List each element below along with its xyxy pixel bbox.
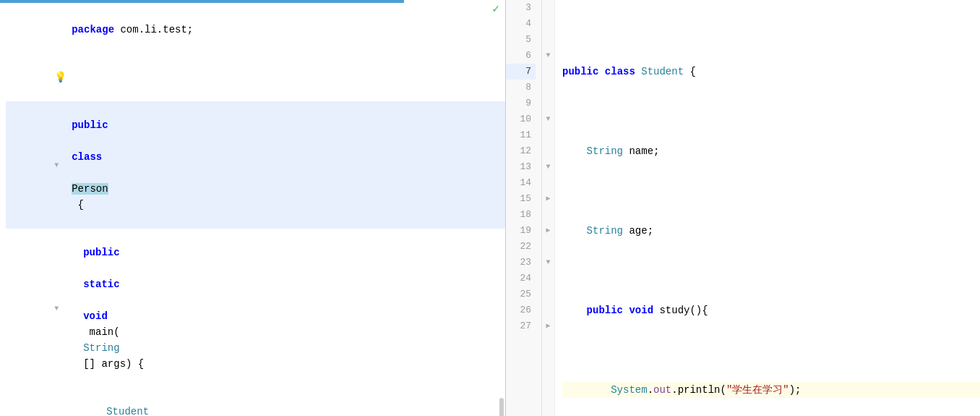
fold-14 [542,175,554,191]
code-line-new-student: Student student = new Student ( name: "z… [6,388,505,416]
fold-27[interactable]: ▶ [542,318,554,334]
code-line-package: package com.li.test; [6,6,505,54]
fold-icon[interactable]: ▼ [54,161,59,169]
line-num-19: 19 [506,223,536,239]
fold-18 [542,207,554,223]
fold-icon-main[interactable]: ▼ [54,305,59,313]
right-code-line-6: public void study(){ [562,302,980,318]
line-num-9: 9 [506,95,536,111]
fold-13[interactable]: ▼ [542,159,554,175]
right-editor-pane[interactable]: 3 4 5 6 7 8 9 10 11 12 13 14 15 18 19 22… [506,0,980,416]
fold-25 [542,286,554,302]
right-code-line-4: String name; [562,143,980,159]
fold-column: ▼ ▼ ▼ ▶ ▶ ▼ ▶ [542,0,555,416]
line-num-10: 10 [506,111,536,127]
line-num-23: 23 [506,255,536,271]
code-line-main: ▼ public static void main( String [] arg… [6,229,505,388]
line-num-13: 13 [506,159,536,175]
fold-24 [542,271,554,286]
line-num-18: 18 [506,207,536,223]
scrollbar[interactable] [499,398,504,416]
right-code-line-7: System . out .println( "学生在学习" ); [562,382,980,398]
left-editor-pane[interactable]: ✓ package com.li.test; 💡 ▼ public clas [0,0,506,416]
left-code-area[interactable]: package com.li.test; 💡 ▼ public class Pe… [0,0,505,416]
line-num-5: 5 [506,32,536,48]
line-num-11: 11 [506,127,536,143]
fold-8 [542,80,554,95]
selected-word-person: Person [72,183,108,195]
code-line-blank1: 💡 [6,54,505,101]
fold-22 [542,239,554,255]
fold-23[interactable]: ▼ [542,255,554,271]
line-num-27: 27 [506,318,536,334]
line-num-7: 7 [506,64,536,80]
line-num-15: 15 [506,191,536,207]
right-code-line-3: public class Student { [562,64,980,80]
line-num-4: 4 [506,16,536,32]
fold-11 [542,127,554,143]
fold-4 [542,16,554,32]
line-num-25: 25 [506,286,536,302]
fold-5 [542,32,554,48]
line-num-6: 6 [506,48,536,64]
bulb-icon: 💡 [54,72,66,83]
fold-12 [542,143,554,159]
fold-26 [542,302,554,318]
fold-3 [542,0,554,16]
line-num-24: 24 [506,271,536,286]
fold-19[interactable]: ▶ [542,223,554,239]
line-num-14: 14 [506,175,536,191]
fold-6[interactable]: ▼ [542,48,554,64]
line-num-8: 8 [506,80,536,95]
line-num-3: 3 [506,0,536,16]
fold-7 [542,64,554,80]
line-num-12: 12 [506,143,536,159]
fold-10[interactable]: ▼ [542,111,554,127]
line-num-22: 22 [506,239,536,255]
right-code-line-5: String age; [562,223,980,239]
right-code-area[interactable]: public class Student { String name; Stri… [555,0,980,416]
fold-9 [542,95,554,111]
fold-15[interactable]: ▶ [542,191,554,207]
code-line-class-decl: ▼ public class Person { [6,101,505,229]
line-numbers-column: 3 4 5 6 7 8 9 10 11 12 13 14 15 18 19 22… [506,0,542,416]
line-num-26: 26 [506,302,536,318]
